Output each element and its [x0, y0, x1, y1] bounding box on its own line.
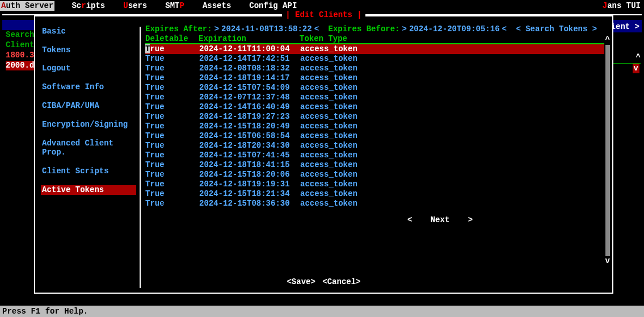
scrollbar[interactable]: ^ v: [605, 45, 610, 256]
expires-before-label: Expires Before:: [328, 24, 399, 34]
statusbar: Press F1 for Help.: [0, 306, 644, 317]
cell-token-type: access_token: [300, 83, 604, 93]
token-row[interactable]: True2024-12-15T18:21:34access_token: [145, 189, 604, 199]
cell-expiration: 2024-12-18T19:27:23: [199, 112, 300, 122]
search-tokens-button[interactable]: < Search Tokens >: [516, 24, 597, 34]
token-row[interactable]: True2024-12-08T08:18:32access_token: [145, 64, 604, 73]
expires-after-prev[interactable]: >: [214, 24, 219, 34]
token-row[interactable]: True2024-12-14T17:42:51access_token: [145, 54, 604, 64]
sidebar-item-tokens[interactable]: Tokens: [41, 45, 136, 55]
sidebar-item-encryption-signing[interactable]: Encryption/Signing: [41, 120, 136, 130]
col-deletable: Deletable: [145, 34, 199, 44]
cell-token-type: access_token: [300, 141, 604, 151]
token-row[interactable]: True2024-12-15T08:36:30access_token: [145, 199, 604, 208]
sidebar-item-client-scripts[interactable]: Client Scripts: [41, 166, 136, 176]
cell-deletable: True: [145, 64, 199, 73]
cell-deletable: True: [145, 93, 199, 102]
token-row[interactable]: True2024-12-15T06:58:54access_token: [145, 131, 604, 141]
cell-expiration: 2024-12-15T18:21:34: [199, 189, 300, 199]
scroll-up-icon[interactable]: ^: [605, 35, 610, 45]
token-row[interactable]: True2024-12-15T18:20:49access_token: [145, 122, 604, 131]
token-row[interactable]: True2024-12-15T07:41:45access_token: [145, 151, 604, 160]
token-row[interactable]: True2024-12-18T19:19:31access_token: [145, 180, 604, 189]
token-row[interactable]: True2024-12-18T20:34:30access_token: [145, 141, 604, 151]
cell-deletable: True: [145, 131, 199, 141]
main-area: Search Client 1800.3 2000.d ient > ^ v |…: [0, 12, 644, 307]
sidebar-item-ciba-par-uma[interactable]: CIBA/PAR/UMA: [41, 101, 136, 111]
dialog-title: | Edit Clients |: [282, 10, 365, 19]
token-row[interactable]: True2024-12-18T18:41:15access_token: [145, 160, 604, 170]
token-row[interactable]: True2024-12-18T19:27:23access_token: [145, 112, 604, 122]
menu-assets[interactable]: Assets: [193, 1, 240, 11]
pager: < Next >: [145, 215, 604, 225]
token-row[interactable]: True2024-12-14T16:40:49access_token: [145, 102, 604, 112]
cell-deletable: True: [145, 102, 199, 112]
dialog-footer: <Save> <Cancel>: [35, 277, 612, 287]
token-row[interactable]: True2024-12-11T11:00:04access_token: [145, 44, 604, 54]
cell-expiration: 2024-12-14T16:40:49: [199, 102, 300, 112]
sidebar-item-active-tokens[interactable]: Active Tokens: [41, 185, 136, 195]
menu-scripts[interactable]: Scripts: [62, 1, 114, 11]
cell-expiration: 2024-12-15T07:54:09: [199, 83, 300, 93]
cell-expiration: 2024-12-18T18:41:15: [199, 160, 300, 170]
cell-token-type: access_token: [300, 44, 604, 54]
pager-prev[interactable]: <: [407, 215, 412, 224]
col-token-type: Token Type: [300, 34, 604, 44]
menu-users[interactable]: Users: [114, 1, 156, 11]
status-key: F1: [31, 307, 40, 316]
cell-deletable: True: [145, 160, 199, 170]
expires-after-value[interactable]: 2024-11-08T13:58:22: [221, 24, 312, 34]
dialog-sidebar: BasicTokensLogoutSoftware InfoCIBA/PAR/U…: [37, 24, 140, 290]
menu-config-api[interactable]: Config API: [240, 1, 306, 11]
cell-expiration: 2024-12-08T08:18:32: [199, 64, 300, 73]
cell-deletable: True: [145, 44, 199, 54]
cell-expiration: 2024-12-15T18:20:06: [199, 170, 300, 180]
expires-before-value[interactable]: 2024-12-20T09:05:16: [409, 24, 500, 34]
pager-next[interactable]: Next: [431, 215, 450, 224]
token-row[interactable]: True2024-12-07T12:37:48access_token: [145, 93, 604, 102]
cell-expiration: 2024-12-18T19:19:31: [199, 180, 300, 189]
expires-before-next[interactable]: <: [502, 24, 507, 34]
token-filters: Expires After: > 2024-11-08T13:58:22 < E…: [145, 24, 604, 34]
cell-deletable: True: [145, 180, 199, 189]
cell-token-type: access_token: [300, 102, 604, 112]
cell-deletable: True: [145, 54, 199, 64]
cell-token-type: access_token: [300, 131, 604, 141]
sidebar-item-software-info[interactable]: Software Info: [41, 82, 136, 92]
pager-fwd[interactable]: >: [468, 215, 473, 224]
bg-search-label: Search: [6, 30, 34, 39]
cell-expiration: 2024-12-15T06:58:54: [199, 131, 300, 141]
cell-deletable: True: [145, 141, 199, 151]
cell-token-type: access_token: [300, 151, 604, 160]
sidebar-item-basic[interactable]: Basic: [41, 27, 136, 36]
cell-deletable: True: [145, 151, 199, 160]
cell-token-type: access_token: [300, 54, 604, 64]
cell-deletable: True: [145, 122, 199, 131]
status-post: for Help.: [40, 307, 88, 316]
edit-clients-dialog: | Edit Clients | BasicTokensLogoutSoftwa…: [34, 15, 613, 294]
cell-token-type: access_token: [300, 160, 604, 170]
menu-smtp[interactable]: SMTP: [156, 1, 193, 11]
cell-deletable: True: [145, 112, 199, 122]
scroll-down-icon[interactable]: v: [605, 256, 610, 266]
menu-auth-server[interactable]: Auth Server: [0, 1, 54, 11]
sidebar-item-logout[interactable]: Logout: [41, 64, 136, 73]
cell-deletable: True: [145, 189, 199, 199]
expires-after-next[interactable]: <: [314, 24, 319, 34]
token-row[interactable]: True2024-12-15T18:20:06access_token: [145, 170, 604, 180]
cancel-button[interactable]: <Cancel>: [322, 277, 360, 286]
cell-expiration: 2024-12-07T12:37:48: [199, 93, 300, 102]
cell-token-type: access_token: [300, 93, 604, 102]
cell-expiration: 2024-12-11T11:00:04: [199, 44, 300, 54]
cell-token-type: access_token: [300, 73, 604, 83]
cell-token-type: access_token: [300, 189, 604, 199]
token-row[interactable]: True2024-12-15T07:54:09access_token: [145, 83, 604, 93]
save-button[interactable]: <Save>: [287, 277, 315, 286]
vertical-divider: [140, 27, 141, 288]
sidebar-item-advanced-client-prop-[interactable]: Advanced Client Prop.: [41, 139, 136, 158]
token-row[interactable]: True2024-12-18T19:14:17access_token: [145, 73, 604, 83]
cell-token-type: access_token: [300, 112, 604, 122]
expires-before-prev[interactable]: >: [402, 24, 407, 34]
token-table: True2024-12-11T11:00:04access_tokenTrue2…: [145, 44, 604, 208]
token-column-headers: Deletable Expiration Token Type: [145, 34, 604, 45]
